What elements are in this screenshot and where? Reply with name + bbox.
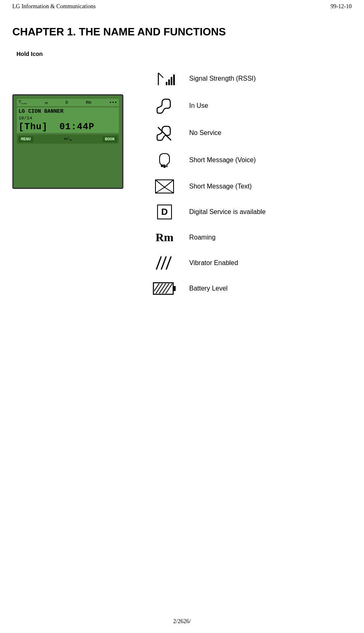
phone-banner: LG CION BANNER xyxy=(17,107,119,115)
svg-line-10 xyxy=(155,180,165,187)
header-left: LG Information & Communications xyxy=(12,3,96,10)
phone-sms: ✉ xyxy=(45,100,48,105)
header-right: 99-12-10 xyxy=(331,3,352,10)
digital-d-box: D xyxy=(157,205,172,219)
vibrator-icon xyxy=(148,255,181,271)
list-item: Signal Strength (RSSI) xyxy=(148,70,352,88)
phone-rm: Rm xyxy=(86,100,91,105)
svg-line-1 xyxy=(158,73,163,78)
list-item: Short Message (Voice) xyxy=(148,151,352,169)
svg-rect-3 xyxy=(168,79,170,85)
list-item: Rm Roaming xyxy=(148,229,352,246)
content-area: T▪▪▪ ✉ D Rm ▪▪▪ LG CION BANNER 10/14 [Th… xyxy=(0,65,364,314)
list-item: Battery Level xyxy=(148,280,352,297)
svg-line-12 xyxy=(155,187,165,193)
digital-service-label: Digital Service is available xyxy=(181,208,266,216)
list-item: Vibrator Enabled xyxy=(148,255,352,271)
phone-bottom-bar: MENU ✉/∞ BOOK xyxy=(17,135,119,144)
svg-line-16 xyxy=(166,256,171,270)
phone-d: D xyxy=(65,100,68,105)
in-use-label: In Use xyxy=(181,102,208,109)
svg-rect-5 xyxy=(173,74,175,85)
phone-signal: T▪▪▪ xyxy=(19,100,27,105)
page-number: 2/2626/ xyxy=(173,618,191,624)
svg-rect-18 xyxy=(173,286,176,291)
svg-line-13 xyxy=(165,187,174,193)
chapter-title: CHAPTER 1. THE NAME AND FUNCTIONS xyxy=(0,13,364,47)
section-title: Hold Icon xyxy=(0,47,364,65)
signal-strength-icon xyxy=(148,70,181,88)
sms-voice-icon xyxy=(148,151,181,169)
digital-service-icon: D xyxy=(148,205,181,219)
roaming-icon: Rm xyxy=(148,231,181,244)
svg-point-7 xyxy=(161,165,163,167)
no-service-label: No Service xyxy=(181,129,221,137)
phone-status-bar: T▪▪▪ ✉ D Rm ▪▪▪ xyxy=(17,99,119,106)
phone-middle-icon: ✉/∞ xyxy=(64,136,72,142)
svg-rect-2 xyxy=(166,82,167,85)
phone-date: 10/14 xyxy=(17,115,119,121)
svg-rect-4 xyxy=(171,77,172,85)
roaming-label: Roaming xyxy=(181,234,216,241)
phone-time: [Thu] 01:44P xyxy=(17,121,119,133)
list-item: No Service xyxy=(148,124,352,142)
sms-text-label: Short Message (Text) xyxy=(181,183,252,190)
page-header: LG Information & Communications 99-12-10 xyxy=(0,0,364,13)
icons-area: Signal Strength (RSSI) In Use xyxy=(140,70,352,306)
list-item: In Use xyxy=(148,97,352,115)
battery-label: Battery Level xyxy=(181,285,227,292)
roaming-text: Rm xyxy=(155,231,174,244)
list-item: Short Message (Text) xyxy=(148,178,352,195)
phone-screen: T▪▪▪ ✉ D Rm ▪▪▪ LG CION BANNER 10/14 [Th… xyxy=(12,94,123,189)
svg-line-15 xyxy=(161,256,166,270)
sms-voice-label: Short Message (Voice) xyxy=(181,156,256,164)
phone-menu-btn: MENU xyxy=(19,136,33,142)
battery-icon xyxy=(148,281,181,296)
phone-battery: ▪▪▪ xyxy=(109,100,117,105)
list-item: D Digital Service is available xyxy=(148,204,352,220)
phone-book-btn: BOOK xyxy=(102,136,117,142)
sms-text-icon xyxy=(148,178,181,195)
no-service-icon xyxy=(148,124,181,142)
svg-point-8 xyxy=(163,165,166,168)
vibrator-label: Vibrator Enabled xyxy=(181,259,238,267)
svg-line-14 xyxy=(156,256,161,270)
svg-line-11 xyxy=(165,180,174,187)
phone-image: T▪▪▪ ✉ D Rm ▪▪▪ LG CION BANNER 10/14 [Th… xyxy=(12,94,132,306)
page-footer: 2/2626/ xyxy=(0,618,364,625)
in-use-icon xyxy=(148,97,181,115)
signal-strength-label: Signal Strength (RSSI) xyxy=(181,75,256,82)
